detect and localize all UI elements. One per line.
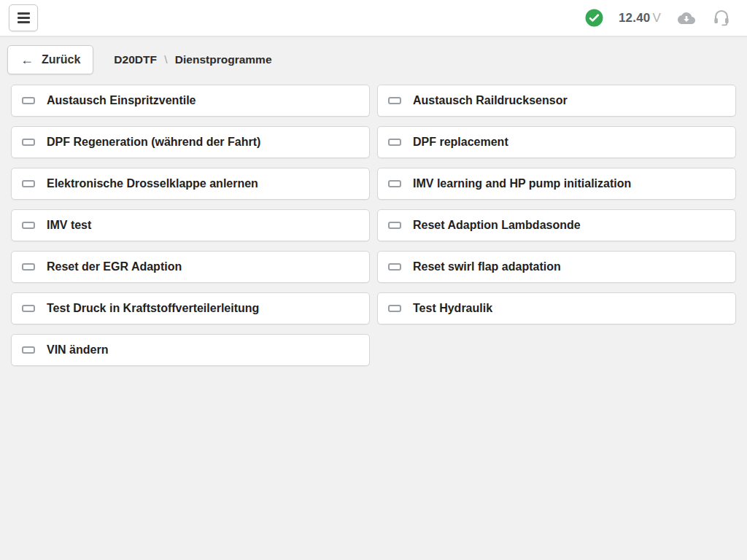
service-item-icon	[22, 346, 35, 354]
service-label: IMV test	[47, 219, 91, 232]
cloud-download-icon[interactable]	[676, 9, 697, 27]
service-item-icon	[388, 263, 401, 271]
service-item-icon	[22, 97, 35, 104]
service-item-icon	[22, 263, 35, 271]
service-label: VIN ändern	[47, 343, 108, 357]
service-item-icon	[388, 305, 401, 312]
service-label: Reset swirl flap adaptation	[413, 260, 561, 273]
voltage-value: 12.40	[619, 11, 651, 25]
service-button[interactable]: Reset der EGR Adaption	[11, 251, 370, 283]
service-button[interactable]: Austausch Einspritzventile	[11, 85, 370, 117]
service-label: Test Hydraulik	[413, 302, 492, 315]
service-button[interactable]: Test Druck in Kraftstoffverteilerleitung	[11, 292, 370, 324]
service-label: DPF Regeneration (während der Fahrt)	[47, 136, 260, 149]
breadcrumb-current: Dienstprogramme	[175, 53, 272, 66]
service-item-icon	[22, 180, 35, 187]
battery-voltage: 12.40V	[619, 11, 661, 26]
service-label: Reset Adaption Lambdasonde	[413, 219, 581, 232]
service-item-icon	[388, 97, 401, 104]
service-label: Test Druck in Kraftstoffverteilerleitung	[47, 302, 259, 315]
service-grid: Austausch Einspritzventile Austausch Rai…	[11, 85, 736, 366]
service-button[interactable]: IMV test	[11, 209, 370, 241]
service-label: IMV learning and HP pump initialization	[413, 177, 631, 190]
service-button[interactable]: VIN ändern	[11, 334, 370, 366]
service-button[interactable]: Austausch Raildrucksensor	[377, 85, 736, 117]
service-button[interactable]: Reset swirl flap adaptation	[377, 251, 736, 283]
service-button[interactable]: Reset Adaption Lambdasonde	[377, 209, 736, 241]
service-button[interactable]: Elektronische Drosselklappe anlernen	[11, 168, 370, 200]
service-item-icon	[388, 139, 401, 146]
service-button[interactable]: IMV learning and HP pump initialization	[377, 168, 736, 200]
breadcrumb-parent: D20DTF	[114, 53, 157, 66]
headset-icon[interactable]	[712, 8, 731, 28]
service-item-icon	[388, 180, 401, 187]
hamburger-icon	[18, 12, 30, 23]
service-label: Austausch Raildrucksensor	[413, 94, 568, 107]
back-button[interactable]: ← Zurück	[7, 45, 93, 74]
service-label: DPF replacement	[413, 136, 508, 149]
service-label: Elektronische Drosselklappe anlernen	[47, 177, 258, 190]
service-label: Reset der EGR Adaption	[47, 260, 182, 273]
service-label: Austausch Einspritzventile	[47, 94, 196, 107]
menu-button[interactable]	[9, 4, 38, 31]
service-item-icon	[22, 305, 35, 312]
service-button[interactable]: Test Hydraulik	[377, 292, 736, 324]
back-button-label: Zurück	[42, 53, 80, 66]
breadcrumb: D20DTF \ Dienstprogramme	[114, 53, 271, 66]
top-bar: 12.40V	[0, 0, 747, 36]
check-circle-icon	[585, 9, 603, 27]
service-item-icon	[22, 139, 35, 146]
service-item-icon	[22, 222, 35, 229]
breadcrumb-separator: \	[164, 53, 167, 66]
service-item-icon	[388, 222, 401, 229]
breadcrumb-bar: ← Zurück D20DTF \ Dienstprogramme	[7, 45, 740, 74]
back-arrow-icon: ←	[20, 53, 34, 66]
top-bar-status-cluster: 12.40V	[585, 8, 731, 28]
service-button[interactable]: DPF replacement	[377, 126, 736, 158]
voltage-unit: V	[652, 11, 661, 25]
service-button[interactable]: DPF Regeneration (während der Fahrt)	[11, 126, 370, 158]
